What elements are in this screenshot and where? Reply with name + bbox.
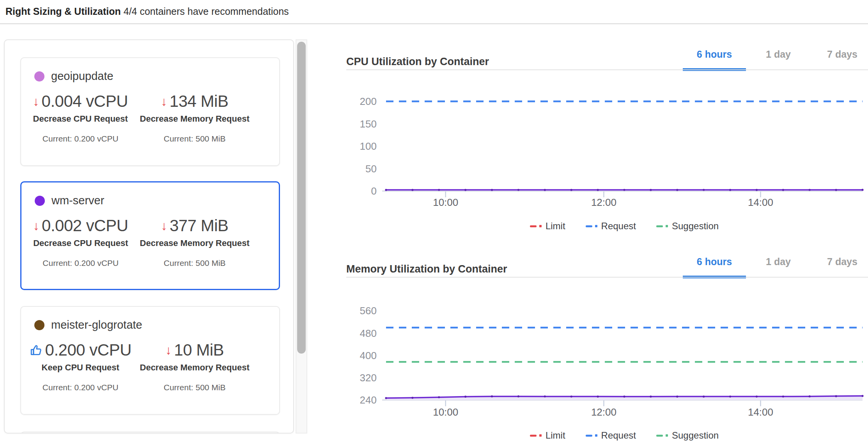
legend-swatch-dot: [595, 225, 597, 227]
legend-swatch-dot: [539, 434, 542, 437]
tab-7-days[interactable]: 7 days: [810, 39, 868, 69]
legend-label: Limit: [546, 221, 565, 232]
legend-swatch-dot: [595, 434, 597, 437]
legend-swatch: [656, 435, 663, 437]
legend-item-suggestion[interactable]: Suggestion: [656, 430, 719, 441]
memory-recommendation: ↓377 MiBDecrease Memory RequestCurrent: …: [140, 216, 250, 268]
y-axis-tick-label: 480: [346, 327, 377, 340]
legend-item-limit[interactable]: Limit: [530, 220, 565, 232]
container-color-dot: [34, 320, 44, 330]
legend-label: Suggestion: [672, 221, 719, 232]
legend-label: Request: [601, 221, 636, 232]
thumbs-up-icon: [30, 343, 43, 357]
memory-recommended-value: 377 MiB: [170, 216, 229, 235]
arrow-down-icon: ↓: [33, 219, 39, 232]
memory-utilization-section: Memory Utilization by Container 6 hours1…: [346, 247, 868, 446]
legend-swatch: [530, 225, 537, 227]
cpu-recommended-value: 0.002 vCPU: [42, 216, 128, 235]
cpu-section-divider: [346, 69, 868, 70]
x-axis-tick-label: 14:00: [733, 196, 788, 209]
memory-recommended-value: 10 MiB: [174, 341, 224, 359]
container-name: meister-glogrotate: [51, 319, 142, 331]
memory-section-divider: [346, 277, 868, 278]
legend-item-request[interactable]: Request: [586, 220, 636, 232]
memory-recommended-value: 134 MiB: [170, 92, 229, 111]
legend-swatch: [656, 225, 663, 227]
container-recommendation-list: geoipupdate↓0.004 vCPUDecrease CPU Reque…: [4, 39, 294, 434]
memory-chart-legend: LimitRequestSuggestion: [386, 430, 863, 441]
cpu-chart-timerange-tabs: 6 hours1 day7 days: [682, 39, 868, 69]
y-axis-tick-label: 100: [346, 140, 377, 152]
x-axis-tick-label: 12:00: [576, 406, 631, 418]
memory-plot-svg: [386, 303, 863, 412]
memory-current-value: Current: 500 MiB: [164, 258, 226, 268]
container-color-dot: [34, 71, 44, 81]
cpu-plot-svg: [386, 92, 863, 203]
legend-swatch: [586, 225, 592, 227]
charts-column: CPU Utilization by Container 6 hours1 da…: [346, 39, 868, 446]
container-color-dot: [35, 196, 45, 206]
cpu-recommendation-label: Decrease CPU Request: [33, 238, 128, 248]
memory-recommendation-label: Decrease Memory Request: [140, 363, 250, 373]
page-title-subtitle: 4/4 containers have recommendations: [124, 6, 289, 17]
x-axis-tick-label: 12:00: [576, 196, 631, 209]
cpu-chart-legend: LimitRequestSuggestion: [386, 220, 863, 232]
cpu-current-value: Current: 0.200 vCPU: [43, 134, 119, 143]
memory-recommendation: ↓10 MiBDecrease Memory RequestCurrent: 5…: [140, 341, 250, 392]
legend-item-limit[interactable]: Limit: [530, 430, 565, 441]
y-axis-tick-label: 560: [346, 304, 377, 317]
legend-swatch-dot: [666, 434, 668, 437]
arrow-down-icon: ↓: [33, 95, 39, 108]
sidebar-scrollbar[interactable]: [296, 39, 307, 434]
legend-swatch: [530, 435, 537, 437]
y-axis-tick-label: 200: [346, 95, 377, 108]
cpu-current-value: Current: 0.200 vCPU: [43, 258, 119, 268]
y-axis-tick-label: 0: [346, 185, 377, 197]
container-card-meister-glogrotate[interactable]: meister-glogrotate0.200 vCPUKeep CPU Req…: [20, 306, 280, 415]
container-card-wm-server[interactable]: wm-server↓0.002 vCPUDecrease CPU Request…: [20, 181, 280, 290]
memory-recommendation-label: Decrease Memory Request: [140, 114, 250, 124]
tab-6-hours[interactable]: 6 hours: [682, 247, 746, 277]
x-axis-tick-label: 14:00: [733, 406, 788, 418]
cpu-recommendation: ↓0.004 vCPUDecrease CPU RequestCurrent: …: [21, 92, 140, 143]
cpu-recommended-value: 0.004 vCPU: [42, 92, 128, 111]
arrow-down-icon: ↓: [161, 95, 167, 108]
sidebar-scrollbar-thumb[interactable]: [297, 42, 306, 354]
container-card-partial[interactable]: [20, 432, 280, 434]
x-axis-tick-label: 10:00: [418, 406, 473, 418]
memory-current-value: Current: 500 MiB: [164, 134, 226, 143]
cpu-utilization-section: CPU Utilization by Container 6 hours1 da…: [346, 39, 868, 247]
memory-current-value: Current: 500 MiB: [164, 383, 226, 392]
cpu-current-value: Current: 0.200 vCPU: [43, 383, 119, 392]
page: Right Sizing & Utilization 4/4 container…: [0, 0, 868, 446]
legend-item-suggestion[interactable]: Suggestion: [656, 220, 719, 232]
tab-7-days[interactable]: 7 days: [810, 247, 868, 277]
x-axis-tick-label: 10:00: [418, 196, 473, 209]
legend-label: Request: [601, 430, 636, 441]
cpu-recommendation: 0.200 vCPUKeep CPU RequestCurrent: 0.200…: [21, 341, 140, 392]
legend-swatch-dot: [539, 225, 542, 227]
container-name: geoipupdate: [51, 70, 113, 83]
tab-6-hours[interactable]: 6 hours: [682, 39, 746, 69]
memory-recommendation-label: Decrease Memory Request: [140, 238, 250, 248]
legend-swatch: [586, 435, 592, 437]
page-title: Right Sizing & Utilization 4/4 container…: [5, 5, 289, 18]
memory-recommendation: ↓134 MiBDecrease Memory RequestCurrent: …: [140, 92, 250, 143]
cpu-recommendation: ↓0.002 vCPUDecrease CPU RequestCurrent: …: [21, 216, 140, 268]
page-title-bold: Right Sizing & Utilization: [5, 6, 121, 17]
y-axis-tick-label: 400: [346, 349, 377, 362]
tab-1-day[interactable]: 1 day: [746, 247, 810, 277]
legend-label: Suggestion: [672, 430, 719, 441]
tab-1-day[interactable]: 1 day: [746, 39, 810, 69]
y-axis-tick-label: 150: [346, 118, 377, 130]
container-name: wm-server: [51, 194, 104, 207]
arrow-down-icon: ↓: [161, 219, 167, 232]
legend-item-request[interactable]: Request: [586, 430, 636, 441]
container-card-geoipupdate[interactable]: geoipupdate↓0.004 vCPUDecrease CPU Reque…: [20, 57, 280, 166]
cpu-recommended-value: 0.200 vCPU: [45, 341, 131, 359]
header-divider: [0, 23, 868, 24]
memory-chart-title: Memory Utilization by Container: [346, 263, 507, 275]
cpu-chart-title: CPU Utilization by Container: [346, 56, 489, 68]
cpu-recommendation-label: Decrease CPU Request: [33, 114, 128, 124]
y-axis-tick-label: 50: [346, 163, 377, 175]
